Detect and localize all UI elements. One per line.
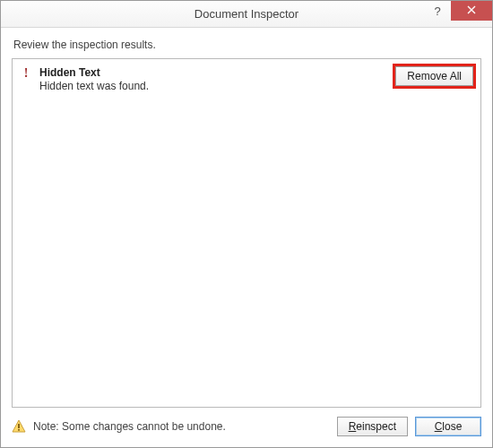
reinspect-button[interactable]: Reinspect	[337, 417, 408, 436]
window-controls: ?	[424, 1, 492, 27]
help-button[interactable]: ?	[424, 1, 451, 21]
result-item-hidden-text: ! Hidden Text Hidden text was found. Rem…	[20, 66, 473, 92]
instruction-text: Review the inspection results.	[13, 39, 481, 51]
footer-note: Note: Some changes cannot be undone.	[33, 420, 330, 433]
svg-rect-1	[18, 429, 20, 431]
result-action: Remove All	[395, 66, 473, 86]
titlebar: Document Inspector ?	[1, 1, 492, 28]
close-window-button[interactable]	[451, 1, 492, 21]
result-title: Hidden Text	[39, 66, 388, 79]
dialog-footer: Note: Some changes cannot be undone. Rei…	[12, 408, 481, 436]
document-inspector-dialog: Document Inspector ? Review the inspecti…	[0, 0, 493, 448]
close-icon	[467, 4, 476, 17]
warning-icon	[12, 419, 26, 434]
close-button[interactable]: Close	[415, 417, 481, 436]
alert-icon: !	[20, 66, 32, 81]
svg-rect-0	[18, 424, 20, 428]
result-description: Hidden text was found.	[39, 80, 388, 92]
footer-buttons: Reinspect Close	[337, 417, 481, 436]
remove-all-button[interactable]: Remove All	[395, 66, 473, 86]
dialog-body: Review the inspection results. ! Hidden …	[1, 28, 492, 447]
result-text: Hidden Text Hidden text was found.	[39, 66, 388, 92]
window-title: Document Inspector	[1, 7, 492, 21]
results-panel: ! Hidden Text Hidden text was found. Rem…	[12, 58, 481, 408]
